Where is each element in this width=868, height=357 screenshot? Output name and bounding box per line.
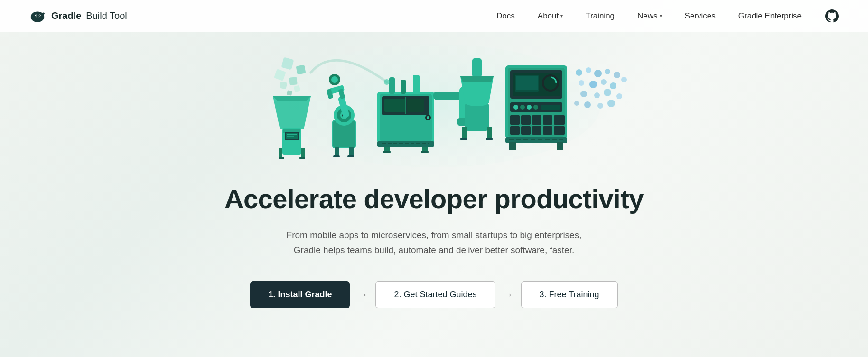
svg-rect-23 — [299, 157, 305, 159]
svg-point-39 — [331, 76, 338, 83]
svg-rect-64 — [472, 58, 482, 77]
svg-rect-84 — [541, 105, 560, 110]
svg-rect-15 — [287, 90, 292, 95]
hero-subtitle: From mobile apps to microservices, from … — [287, 228, 582, 257]
hero-illustration — [240, 32, 629, 179]
svg-rect-98 — [557, 142, 563, 150]
svg-marker-17 — [273, 96, 311, 101]
svg-point-80 — [513, 105, 518, 110]
svg-rect-51 — [401, 80, 406, 94]
get-started-guides-button[interactable]: 2. Get Started Guides — [375, 281, 495, 308]
svg-point-107 — [610, 82, 616, 89]
svg-rect-67 — [462, 127, 467, 139]
svg-point-2 — [39, 16, 42, 21]
about-chevron-icon: ▾ — [560, 13, 563, 18]
install-gradle-button[interactable]: 1. Install Gradle — [250, 281, 350, 308]
svg-point-117 — [384, 79, 390, 85]
svg-rect-52 — [413, 75, 420, 94]
svg-rect-59 — [377, 141, 434, 147]
svg-rect-97 — [509, 142, 516, 150]
svg-rect-70 — [486, 138, 493, 140]
svg-point-6 — [36, 15, 37, 16]
svg-rect-92 — [532, 126, 541, 135]
arrow-icon-2: → — [503, 289, 513, 301]
svg-point-82 — [527, 105, 532, 110]
svg-rect-58 — [421, 151, 429, 153]
svg-point-102 — [605, 69, 610, 74]
nav-services[interactable]: Services — [685, 11, 716, 21]
svg-rect-42 — [333, 155, 340, 157]
free-training-button[interactable]: 3. Free Training — [521, 281, 618, 308]
logo-brand-text: Gradle — [51, 10, 81, 21]
svg-rect-10 — [296, 65, 306, 75]
svg-rect-20 — [279, 148, 282, 158]
svg-rect-9 — [281, 57, 294, 70]
svg-point-116 — [607, 100, 615, 107]
svg-rect-76 — [516, 76, 538, 90]
svg-rect-87 — [532, 115, 541, 125]
svg-point-110 — [594, 92, 600, 98]
svg-rect-90 — [510, 126, 520, 135]
svg-rect-91 — [521, 126, 531, 135]
svg-rect-41 — [349, 147, 354, 156]
logo-sub-text: Build Tool — [86, 10, 127, 21]
svg-rect-13 — [279, 82, 287, 90]
svg-rect-85 — [510, 115, 520, 125]
svg-rect-68 — [487, 127, 492, 139]
nav-enterprise[interactable]: Gradle Enterprise — [738, 11, 802, 21]
svg-point-115 — [597, 103, 603, 109]
svg-rect-65 — [465, 102, 489, 131]
svg-point-54 — [427, 116, 429, 119]
svg-point-104 — [579, 80, 584, 86]
svg-rect-22 — [279, 157, 284, 159]
nav-news[interactable]: News ▾ — [637, 11, 662, 21]
hero-title: Accelerate developer productivity — [224, 184, 644, 214]
nav-docs[interactable]: Docs — [496, 11, 515, 21]
svg-point-112 — [616, 93, 622, 99]
svg-rect-43 — [347, 155, 354, 157]
svg-rect-88 — [543, 115, 552, 125]
svg-point-111 — [604, 89, 611, 96]
svg-point-7 — [39, 15, 40, 16]
svg-point-100 — [586, 67, 591, 73]
cta-row: 1. Install Gradle → 2. Get Started Guide… — [250, 281, 617, 308]
github-icon[interactable] — [824, 9, 840, 24]
svg-rect-93 — [543, 126, 552, 135]
svg-point-66 — [465, 99, 489, 106]
svg-rect-69 — [460, 138, 467, 140]
svg-point-1 — [33, 16, 36, 21]
svg-point-106 — [601, 79, 607, 85]
hero-section: Accelerate developer productivity From m… — [0, 32, 868, 337]
svg-point-81 — [520, 105, 525, 110]
svg-point-83 — [533, 105, 538, 110]
logo[interactable]: Gradle Build Tool — [28, 7, 127, 25]
svg-point-99 — [576, 69, 582, 76]
svg-point-105 — [589, 81, 597, 88]
svg-point-101 — [594, 70, 602, 77]
svg-rect-57 — [383, 151, 391, 153]
svg-point-108 — [621, 77, 627, 82]
svg-point-114 — [584, 101, 591, 108]
svg-point-109 — [580, 91, 587, 97]
svg-point-103 — [614, 72, 620, 78]
gradle-logo-icon — [28, 7, 47, 25]
news-chevron-icon: ▾ — [660, 13, 662, 18]
nav-training[interactable]: Training — [586, 11, 615, 21]
svg-rect-94 — [554, 126, 565, 135]
svg-point-78 — [544, 76, 557, 90]
svg-rect-50 — [389, 77, 395, 94]
svg-rect-21 — [301, 148, 305, 158]
svg-rect-12 — [289, 77, 297, 85]
nav-links: Docs About ▾ Training News ▾ Services Gr… — [496, 9, 840, 24]
svg-rect-11 — [274, 69, 286, 81]
svg-rect-25 — [286, 133, 298, 139]
svg-rect-86 — [521, 115, 531, 125]
nav-about[interactable]: About ▾ — [538, 11, 563, 21]
main-nav: Gradle Build Tool Docs About ▾ Training … — [0, 0, 868, 32]
svg-point-113 — [574, 101, 579, 106]
svg-rect-49 — [407, 99, 424, 112]
arrow-icon-1: → — [357, 289, 368, 301]
svg-rect-40 — [335, 147, 339, 156]
svg-rect-47 — [384, 99, 406, 112]
svg-rect-89 — [554, 115, 565, 125]
